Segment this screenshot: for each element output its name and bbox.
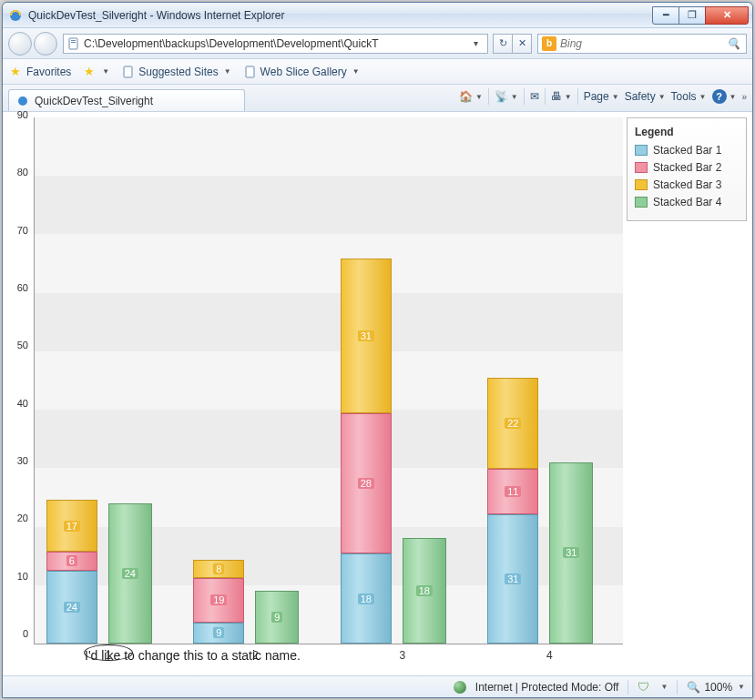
close-button[interactable]: ✕ [705,6,749,25]
star-icon: ★ [10,65,21,78]
page-menu[interactable]: Page▼ [584,90,619,103]
x-tick-label: 4 [546,649,553,662]
bar-value-label: 11 [505,486,521,497]
window-buttons: ━ ❐ ✕ [653,6,749,25]
search-bar[interactable]: b Bing 🔍 [537,34,747,54]
overflow-chevron-icon[interactable]: » [741,92,747,102]
side-bar[interactable]: 9 [255,591,299,644]
y-axis: 0102030405060708090 [3,112,34,675]
y-tick-label: 30 [17,455,28,466]
web-slice-link[interactable]: Web Slice Gallery ▼ [244,66,360,78]
side-bar[interactable]: 18 [403,538,446,644]
bar-segment[interactable]: 31 [487,514,538,644]
y-tick-label: 80 [17,167,28,178]
rss-icon: 📡 [495,90,508,103]
minimize-button[interactable]: ━ [652,6,679,25]
address-text: C:\Development\backups\Development\Devel… [84,37,467,50]
svg-rect-2 [71,40,76,41]
legend-swatch [635,145,648,156]
titlebar[interactable]: QuickDevTest_Silveright - Windows Intern… [3,3,752,28]
y-tick-label: 60 [17,282,28,293]
readmail-button[interactable]: ✉ [530,90,539,103]
suggested-sites-link[interactable]: Suggested Sites ▼ [122,66,230,78]
bar-segment[interactable]: 22 [487,378,538,469]
help-button[interactable]: ?▼ [712,89,737,104]
ie-logo-icon [16,95,29,107]
bar-segment[interactable]: 28 [341,413,392,553]
bar-segment[interactable]: 8 [193,560,244,579]
bar-segment[interactable]: 9 [193,623,244,644]
stacked-bar[interactable]: 9198 [193,433,244,644]
bar-value-label: 31 [358,330,374,341]
legend: Legend Stacked Bar 1Stacked Bar 2Stacked… [627,117,747,221]
bar-value-label: 6 [66,555,77,566]
stop-button[interactable]: ✕ [512,34,532,54]
legend-item[interactable]: Stacked Bar 4 [635,196,739,208]
bar-value-label: 31 [563,547,579,558]
bar-value-label: 24 [64,602,80,613]
y-tick-label: 10 [17,571,28,582]
bar-value-label: 31 [505,573,521,584]
chevron-down-icon: ▼ [224,67,231,76]
legend-swatch [635,162,648,173]
stacked-bar[interactable]: 24617 [46,369,97,644]
legend-item[interactable]: Stacked Bar 2 [635,161,739,174]
star-add-icon: ★ [84,65,95,78]
separator [577,88,578,105]
page-icon [122,66,135,78]
protected-mode-icon[interactable]: 🛡 [638,680,649,694]
refresh-button[interactable]: ↻ [493,34,513,54]
bar-value-label: 9 [213,627,224,638]
bar-value-label: 24 [122,568,138,579]
zoom-level: 100% [704,681,732,694]
bar-segment[interactable]: 24 [46,571,97,644]
feeds-button[interactable]: 📡▼ [495,90,518,103]
side-bar[interactable]: 31 [549,462,593,644]
bar-segment[interactable]: 18 [341,553,392,644]
stacked-bar[interactable]: 182831 [341,194,392,644]
print-button[interactable]: 🖶▼ [551,90,572,103]
legend-swatch [635,179,648,190]
bar-value-label: 18 [358,593,374,604]
safety-menu[interactable]: Safety▼ [625,90,666,103]
separator [488,88,489,105]
nav-row: C:\Development\backups\Development\Devel… [3,28,752,59]
mail-icon: ✉ [530,90,539,103]
bar-segment[interactable]: 31 [341,259,392,413]
maximize-button[interactable]: ❐ [678,6,706,25]
y-tick-label: 20 [17,512,28,523]
bar-segment[interactable]: 17 [46,500,97,552]
command-bar: 🏠▼ 📡▼ ✉ 🖶▼ Page▼ Safety▼ Tools▼ ?▼ » [459,85,747,111]
search-go-button[interactable]: 🔍 [724,37,742,50]
bar-segment[interactable]: 6 [46,552,97,570]
ie-window: QuickDevTest_Silveright - Windows Intern… [2,2,753,698]
suggested-sites-label: Suggested Sites [138,66,218,78]
forward-button[interactable] [34,32,57,56]
favorites-label: Favorites [26,66,71,78]
legend-item[interactable]: Stacked Bar 1 [635,144,739,157]
bar-segment[interactable]: 11 [487,469,538,514]
stacked-bar[interactable]: 311122 [487,269,538,644]
y-tick-label: 40 [17,398,28,409]
user-annotation: I'd like to change this to a static name… [85,648,301,663]
back-button[interactable] [8,32,32,56]
address-bar[interactable]: C:\Development\backups\Development\Devel… [63,34,488,54]
side-bar[interactable]: 24 [108,503,152,644]
web-slice-label: Web Slice Gallery [260,66,347,78]
search-placeholder: Bing [560,37,724,50]
bar-segment[interactable]: 19 [193,578,244,623]
add-favorite-button[interactable]: ★ ▼ [84,65,109,78]
home-button[interactable]: 🏠▼ [459,90,483,103]
separator [524,88,525,105]
content-area: 0102030405060708090 24617249198918283118… [3,112,752,675]
browser-tab[interactable]: QuickDevTest_Silveright [8,89,245,111]
favorites-button[interactable]: ★ Favorites [10,65,71,78]
zoom-control[interactable]: 🔍 100% ▼ [687,681,745,694]
legend-item[interactable]: Stacked Bar 3 [635,178,739,191]
bar-value-label: 28 [358,478,374,489]
nav-back-forward [8,32,57,56]
tools-menu[interactable]: Tools▼ [671,90,707,103]
bar-value-label: 9 [271,612,282,623]
address-dropdown[interactable]: ▾ [467,38,484,48]
window-title: QuickDevTest_Silveright - Windows Intern… [28,9,653,22]
